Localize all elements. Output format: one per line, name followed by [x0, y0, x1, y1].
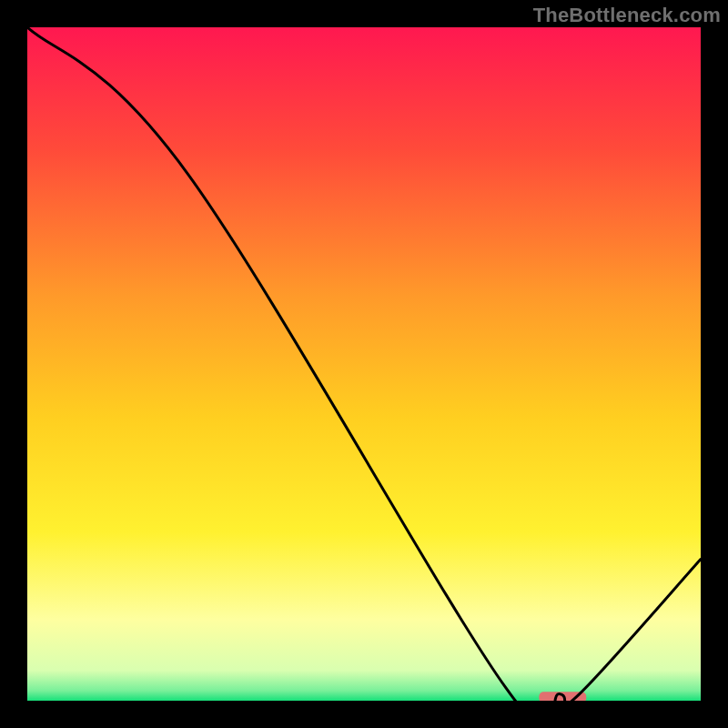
- gradient-background: [27, 27, 701, 701]
- chart-frame: TheBottleneck.com: [0, 0, 728, 728]
- chart-svg: [27, 27, 701, 701]
- watermark-text: TheBottleneck.com: [533, 4, 721, 27]
- plot-area: [27, 27, 701, 701]
